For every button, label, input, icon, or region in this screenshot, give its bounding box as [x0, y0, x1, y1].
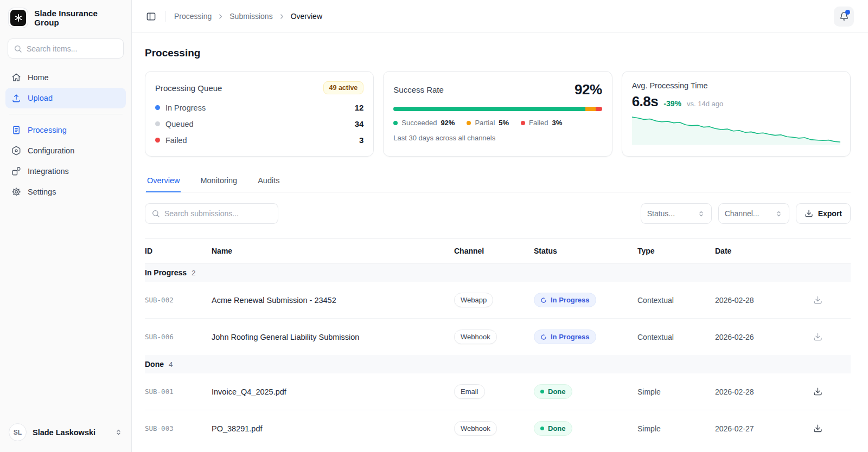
- brand-name: Slade Insurance Group: [34, 9, 123, 27]
- status-badge: Done: [534, 421, 572, 436]
- done-dot-icon: [540, 427, 544, 430]
- cell-channel: Webapp: [454, 282, 534, 318]
- main-area: ProcessingSubmissionsOverview Processing…: [132, 0, 868, 452]
- table-row[interactable]: SUB-001Invoice_Q4_2025.pdfEmailDoneSimpl…: [145, 373, 851, 410]
- table-toolbar: Status... Channel... Export: [145, 203, 851, 224]
- sidebar-item-label: Upload: [28, 94, 53, 102]
- rate-segment-partial: [585, 107, 596, 111]
- queue-card-title: Processing Queue: [155, 83, 222, 93]
- download-icon[interactable]: [811, 295, 824, 305]
- table-row[interactable]: SUB-003PO_38291.pdfWebhookDoneSimple2026…: [145, 410, 851, 447]
- status-filter-value: Status...: [647, 209, 675, 218]
- cell-date: 2026-02-28: [715, 285, 811, 315]
- status-filter-select[interactable]: Status...: [641, 203, 712, 224]
- table-row[interactable]: SUB-002Acme Renewal Submission - 23452We…: [145, 282, 851, 318]
- sidebar-toggle-icon[interactable]: [146, 11, 156, 22]
- status-badge: In Progress: [534, 293, 596, 307]
- topbar-divider: [165, 11, 165, 22]
- sidebar-divider: [9, 114, 123, 114]
- download-icon[interactable]: [811, 387, 824, 396]
- legend-dot: [521, 121, 525, 125]
- success-rate-legend: Succeeded92%Partial5%Failed3%: [393, 119, 602, 127]
- sidebar-item-integrations[interactable]: Integrations: [5, 161, 126, 182]
- legend-item-succeeded: Succeeded92%: [393, 119, 455, 127]
- legend-value: 5%: [499, 119, 509, 127]
- sidebar-item-label: Home: [28, 73, 49, 82]
- active-count-badge: 49 active: [323, 81, 364, 94]
- tab-monitoring[interactable]: Monitoring: [199, 173, 238, 192]
- user-menu[interactable]: SL Slade Laskowski: [0, 415, 131, 452]
- sidebar-search[interactable]: [8, 38, 124, 59]
- sidebar-item-upload[interactable]: Upload: [5, 88, 126, 108]
- sidebar-search-input[interactable]: [27, 44, 118, 53]
- cell-channel: Webhook: [454, 319, 534, 355]
- download-icon[interactable]: [811, 332, 824, 341]
- tab-overview[interactable]: Overview: [146, 173, 181, 192]
- breadcrumb-submissions[interactable]: Submissions: [229, 12, 272, 21]
- rate-segment-failed: [596, 107, 602, 111]
- tab-audits[interactable]: Audits: [257, 173, 280, 192]
- queue-value: 3: [359, 135, 363, 145]
- export-button-label: Export: [818, 209, 842, 218]
- cell-type: Simple: [637, 414, 715, 444]
- cell-status: In Progress: [534, 319, 637, 355]
- spinner-icon: [540, 334, 547, 340]
- chevron-right-icon: [217, 13, 224, 20]
- cell-type: Simple: [637, 377, 715, 407]
- breadcrumb-overview: Overview: [291, 12, 322, 21]
- success-rate-bar: [393, 107, 602, 111]
- cell-name: John Roofing General Liability Submissio…: [212, 322, 454, 352]
- status-dot: [155, 105, 160, 110]
- download-icon: [805, 209, 813, 218]
- breadcrumb-processing[interactable]: Processing: [174, 12, 212, 21]
- file-text-icon: [11, 125, 21, 135]
- search-icon: [151, 209, 160, 218]
- sidebar-item-settings[interactable]: Settings: [5, 182, 126, 202]
- success-card-title: Success Rate: [393, 85, 444, 94]
- export-button[interactable]: Export: [796, 203, 851, 224]
- sidebar-item-processing[interactable]: Processing: [5, 120, 126, 140]
- legend-value: 92%: [441, 119, 455, 127]
- col-status: Status: [534, 239, 637, 263]
- sidebar-item-home[interactable]: Home: [5, 67, 126, 88]
- sidebar-item-label: Integrations: [28, 167, 69, 176]
- cell-name: PO_38291.pdf: [212, 414, 454, 444]
- cell-name: Invoice_Q4_2025.pdf: [212, 377, 454, 407]
- rate-segment-succeeded: [393, 107, 585, 111]
- legend-item-partial: Partial5%: [467, 119, 509, 127]
- chevrons-up-down-icon: [775, 210, 783, 218]
- chevrons-up-down-icon: [114, 428, 123, 436]
- brand: Slade Insurance Group: [0, 0, 131, 34]
- legend-value: 3%: [552, 119, 563, 127]
- download-icon[interactable]: [811, 424, 824, 433]
- sidebar-item-label: Processing: [28, 126, 67, 134]
- legend-label: Succeeded: [401, 119, 437, 127]
- status-badge: Done: [534, 384, 572, 399]
- done-dot-icon: [540, 390, 544, 393]
- legend-item-failed: Failed3%: [521, 119, 562, 127]
- col-type: Type: [637, 239, 715, 263]
- submissions-search-input[interactable]: [164, 209, 272, 218]
- notifications-button[interactable]: [834, 7, 854, 27]
- group-label: In Progress: [145, 268, 187, 277]
- sidebar-item-configuration[interactable]: Configuration: [5, 140, 126, 161]
- status-badge: In Progress: [534, 330, 596, 344]
- cell-channel: Webhook: [454, 410, 534, 447]
- queue-label: In Progress: [165, 104, 206, 112]
- channel-filter-select[interactable]: Channel...: [718, 203, 789, 224]
- cell-date: 2026-02-28: [715, 377, 811, 407]
- channel-filter-value: Channel...: [725, 209, 760, 218]
- success-rate-footnote: Last 30 days across all channels: [393, 134, 602, 142]
- sidebar-item-label: Configuration: [28, 146, 74, 155]
- submissions-search[interactable]: [145, 203, 278, 224]
- legend-dot: [467, 121, 471, 125]
- channel-badge: Webapp: [454, 293, 493, 307]
- cell-name: Acme Renewal Submission - 23452: [212, 285, 454, 315]
- table-row[interactable]: SUB-006John Roofing General Liability Su…: [145, 318, 851, 355]
- processing-queue-card: Processing Queue 49 active In Progress12…: [145, 71, 374, 157]
- group-header-done: Done4: [145, 355, 851, 373]
- col-name: Name: [212, 239, 454, 263]
- cell-channel: Email: [454, 373, 534, 410]
- breadcrumb: ProcessingSubmissionsOverview: [174, 12, 322, 21]
- queue-label: Queued: [165, 120, 194, 128]
